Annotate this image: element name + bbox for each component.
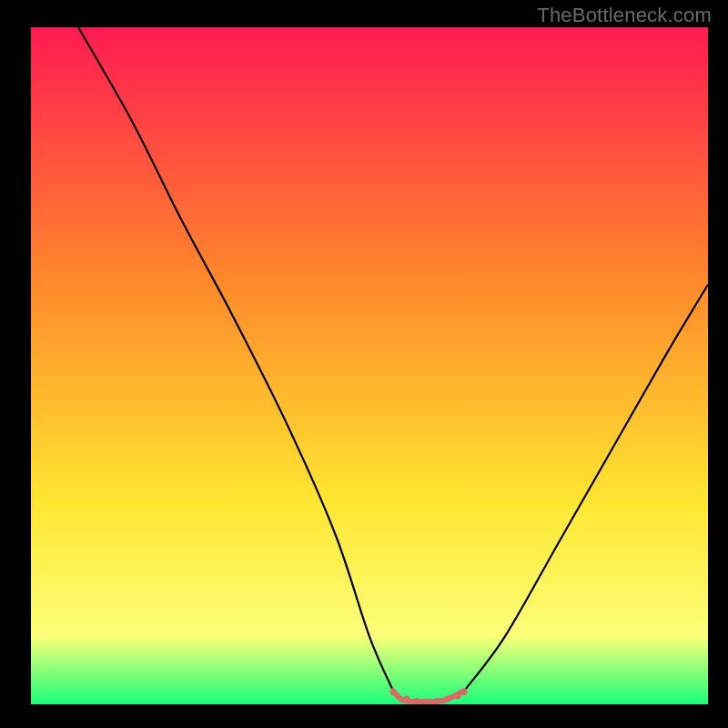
chart-svg — [31, 27, 708, 704]
marker-dot — [414, 698, 420, 704]
marker-dot — [434, 698, 440, 704]
marker-dot — [403, 696, 410, 703]
watermark-text: TheBottleneck.com — [537, 4, 712, 27]
marker-dot — [390, 689, 397, 695]
marker-dot — [454, 693, 460, 700]
gradient-background — [31, 27, 708, 704]
marker-dot — [444, 696, 450, 703]
marker-dot — [461, 689, 468, 695]
plot-area — [31, 27, 708, 704]
chart-frame: TheBottleneck.com — [0, 0, 728, 728]
